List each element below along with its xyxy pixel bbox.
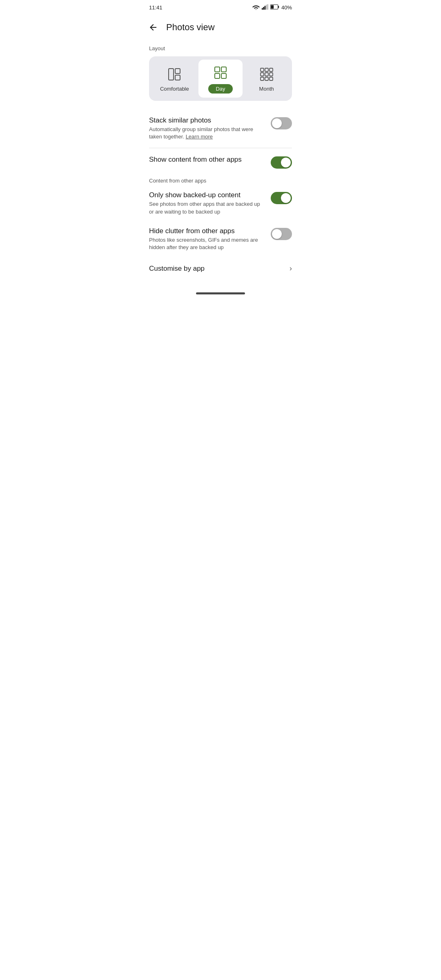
- day-active-pill: Day: [208, 84, 232, 94]
- backed-up-desc: See photos from other apps that are back…: [149, 200, 264, 215]
- backed-up-row: Only show backed-up content See photos f…: [149, 185, 292, 221]
- stack-similar-row: Stack similar photos Automatically group…: [149, 111, 292, 146]
- show-content-text: Show content from other apps: [149, 156, 264, 165]
- show-content-row: Show content from other apps: [149, 150, 292, 174]
- svg-rect-8: [278, 6, 279, 8]
- battery-icon: [270, 4, 279, 11]
- svg-rect-11: [175, 75, 180, 80]
- stack-similar-toggle[interactable]: [271, 117, 292, 129]
- chevron-right-icon: ›: [290, 264, 292, 273]
- svg-rect-12: [215, 67, 220, 72]
- svg-rect-14: [215, 74, 220, 78]
- svg-rect-24: [270, 77, 273, 80]
- backed-up-title: Only show backed-up content: [149, 191, 264, 199]
- svg-rect-18: [270, 68, 273, 71]
- home-indicator: [196, 292, 245, 294]
- learn-more-link[interactable]: Learn more: [186, 134, 213, 140]
- hide-clutter-toggle[interactable]: [271, 228, 292, 240]
- stack-similar-text: Stack similar photos Automatically group…: [149, 116, 264, 140]
- svg-rect-2: [263, 7, 264, 10]
- wifi-icon: [252, 4, 260, 11]
- show-content-title: Show content from other apps: [149, 156, 264, 164]
- stack-similar-title: Stack similar photos: [149, 116, 264, 125]
- customise-label: Customise by app: [149, 265, 205, 273]
- svg-point-0: [255, 9, 256, 10]
- svg-rect-19: [261, 73, 264, 76]
- toggle-thumb-4: [272, 229, 282, 239]
- svg-rect-23: [265, 77, 268, 80]
- svg-rect-17: [265, 68, 268, 71]
- backed-up-text: Only show backed-up content See photos f…: [149, 191, 264, 215]
- svg-rect-3: [265, 6, 266, 9]
- divider-1: [149, 148, 292, 148]
- svg-rect-4: [266, 5, 267, 10]
- month-label: Month: [259, 86, 274, 92]
- svg-rect-13: [221, 67, 226, 72]
- layout-section-label: Layout: [149, 45, 292, 51]
- svg-rect-16: [261, 68, 264, 71]
- page-header: Photos view: [141, 13, 300, 41]
- comfortable-label: Comfortable: [160, 86, 189, 92]
- backed-up-toggle[interactable]: [271, 192, 292, 204]
- content-other-apps-label: Content from other apps: [149, 174, 292, 185]
- battery-percent: 40%: [281, 4, 292, 11]
- toggle-thumb: [272, 118, 282, 128]
- svg-rect-5: [267, 4, 268, 9]
- svg-rect-21: [270, 73, 273, 76]
- svg-rect-15: [221, 74, 226, 78]
- status-icons: 40%: [252, 4, 292, 11]
- hide-clutter-title: Hide clutter from other apps: [149, 227, 264, 235]
- layout-option-day[interactable]: Day: [198, 60, 243, 98]
- hide-clutter-row: Hide clutter from other apps Photos like…: [149, 221, 292, 257]
- customise-row[interactable]: Customise by app ›: [149, 257, 292, 280]
- status-bar: 11:41 4: [141, 0, 300, 13]
- time: 11:41: [149, 4, 163, 11]
- stack-similar-desc: Automatically group similar photos that …: [149, 126, 264, 140]
- svg-rect-1: [262, 8, 263, 10]
- svg-rect-20: [265, 73, 268, 76]
- back-button[interactable]: [145, 19, 161, 36]
- svg-rect-10: [175, 69, 180, 74]
- layout-option-month[interactable]: Month: [244, 60, 289, 98]
- toggle-thumb-2: [281, 158, 291, 167]
- svg-rect-22: [261, 77, 264, 80]
- layout-option-comfortable[interactable]: Comfortable: [152, 60, 197, 98]
- hide-clutter-text: Hide clutter from other apps Photos like…: [149, 227, 264, 251]
- svg-rect-9: [169, 69, 174, 80]
- svg-rect-7: [271, 5, 274, 9]
- page-title: Photos view: [166, 22, 215, 33]
- layout-selector: Comfortable Day: [149, 56, 292, 101]
- hide-clutter-desc: Photos like screenshots, GIFs and memes …: [149, 236, 264, 251]
- settings-content: Layout Comfortable Day: [141, 45, 300, 280]
- show-content-toggle[interactable]: [271, 156, 292, 169]
- signal-icon: [262, 4, 268, 11]
- toggle-thumb-3: [281, 193, 291, 203]
